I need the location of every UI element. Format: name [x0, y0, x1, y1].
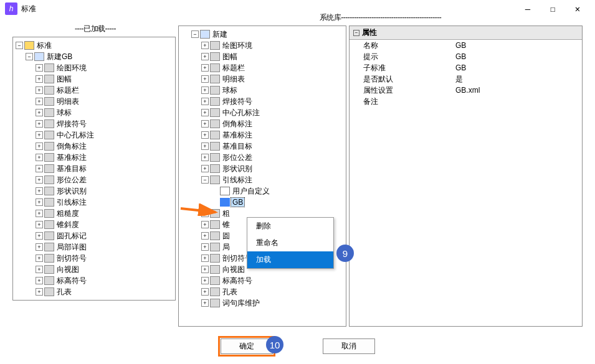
tree-node[interactable]: +锥斜度 [14, 219, 174, 230]
tree-node[interactable]: +形状识别 [14, 185, 174, 197]
app-icon: h [5, 2, 17, 15]
tree-node[interactable]: +绘图环境 [14, 62, 174, 73]
expander-icon[interactable]: − [191, 30, 199, 38]
expander-icon[interactable]: + [201, 165, 209, 172]
tree-node[interactable]: +标题栏 [14, 85, 174, 96]
tree-node[interactable]: +标题栏 [180, 62, 345, 73]
tree-label: 向视图 [221, 264, 246, 275]
expander-icon[interactable]: + [201, 53, 209, 60]
expander-icon[interactable]: + [201, 42, 209, 49]
tree-node[interactable]: +形位公差 [180, 152, 345, 163]
tree-node[interactable]: −标准 [14, 40, 174, 51]
tree-node[interactable]: +剖切符号 [14, 253, 174, 264]
tree-label: 用户自定义 [231, 186, 271, 197]
tree-node[interactable]: −新建 [180, 29, 345, 40]
expander-icon[interactable]: + [36, 86, 43, 94]
expander-icon[interactable]: + [36, 64, 43, 72]
expander-icon[interactable]: + [201, 266, 209, 273]
expander-icon[interactable]: + [201, 243, 209, 251]
tree-node[interactable]: +圆孔标记 [14, 230, 174, 241]
tree-node[interactable]: +局部详图 [14, 241, 174, 253]
tree-node[interactable]: −新建GB [14, 51, 174, 62]
tree-node[interactable]: +向视图 [14, 264, 174, 275]
expander-icon[interactable]: + [36, 266, 43, 273]
expander-icon[interactable]: + [36, 131, 43, 139]
tree-node[interactable]: +基准标注 [180, 129, 345, 141]
tree-node[interactable]: 用户自定义 [180, 185, 345, 197]
tree-node[interactable]: +基准目标 [180, 141, 345, 152]
tree-node[interactable]: +图幅 [180, 51, 345, 62]
expander-icon[interactable]: + [36, 243, 43, 251]
ok-button[interactable]: 确定 [221, 338, 273, 354]
expander-icon[interactable]: + [201, 120, 209, 128]
tree-node[interactable]: +焊接符号 [180, 96, 345, 107]
ctx-delete[interactable]: 删除 [247, 218, 333, 235]
tree-node[interactable]: +绘图环境 [180, 40, 345, 51]
expander-icon[interactable]: + [201, 86, 209, 94]
collapse-icon[interactable]: − [353, 30, 359, 36]
expander-icon[interactable]: + [201, 232, 209, 240]
loaded-tree[interactable]: −标准−新建GB+绘图环境+图幅+标题栏+明细表+球标+焊接符号+中心孔标注+倒… [13, 37, 175, 300]
expander-icon[interactable]: − [16, 42, 23, 49]
tree-node[interactable]: +焊接符号 [14, 118, 174, 129]
ctx-rename[interactable]: 重命名 [247, 235, 333, 251]
tree-node[interactable]: +球标 [14, 107, 174, 118]
tree-node[interactable]: +形位公差 [14, 174, 174, 185]
tree-node[interactable]: +粗糙度 [14, 208, 174, 219]
tree-node[interactable]: +中心孔标注 [14, 129, 174, 141]
expander-icon[interactable]: + [36, 254, 43, 262]
expander-icon[interactable]: + [201, 131, 209, 139]
expander-icon[interactable]: + [201, 288, 209, 296]
-icon [44, 164, 54, 173]
expander-icon[interactable]: + [36, 109, 43, 116]
expander-icon[interactable]: + [201, 299, 209, 307]
ctx-load[interactable]: 加载 [247, 251, 333, 268]
syslib-tree[interactable]: −新建+绘图环境+图幅+标题栏+明细表+球标+焊接符号+中心孔标注+倒角标注+基… [179, 26, 346, 326]
tree-node[interactable]: +引线标注 [14, 197, 174, 208]
expander-icon[interactable]: + [201, 277, 209, 284]
expander-icon[interactable]: + [201, 64, 209, 72]
tree-label: GB [231, 198, 244, 207]
expander-icon[interactable]: + [36, 176, 43, 184]
tree-node[interactable]: +基准标注 [14, 152, 174, 163]
tree-node[interactable]: +基准目标 [14, 163, 174, 174]
expander-icon[interactable]: + [36, 154, 43, 161]
expander-icon[interactable]: + [36, 210, 43, 217]
expander-icon[interactable]: − [201, 176, 209, 184]
tree-node[interactable]: +孔表 [180, 286, 345, 297]
expander-icon[interactable]: + [36, 277, 43, 284]
expander-icon[interactable]: − [26, 53, 33, 60]
expander-icon[interactable]: + [201, 142, 209, 150]
tree-node[interactable]: +词句库维护 [180, 297, 345, 309]
tree-node[interactable]: +形状识别 [180, 163, 345, 174]
tree-label: 标高符号 [221, 276, 254, 286]
tree-node[interactable]: +中心孔标注 [180, 107, 345, 118]
tree-node[interactable]: +孔表 [14, 286, 174, 297]
expander-icon[interactable]: + [201, 221, 209, 228]
tree-node[interactable]: +明细表 [180, 73, 345, 85]
expander-icon[interactable]: + [36, 198, 43, 206]
tree-node[interactable]: −引线标注 [180, 174, 345, 185]
expander-icon[interactable]: + [36, 98, 43, 105]
expander-icon[interactable]: + [201, 98, 209, 105]
expander-icon[interactable]: + [36, 187, 43, 195]
expander-icon[interactable]: + [201, 75, 209, 83]
expander-icon[interactable]: + [36, 232, 43, 240]
expander-icon[interactable]: + [36, 221, 43, 228]
cancel-button[interactable]: 取消 [323, 338, 375, 354]
expander-icon[interactable]: + [36, 288, 43, 296]
tree-node[interactable]: +图幅 [14, 73, 174, 85]
expander-icon[interactable]: + [36, 75, 43, 83]
expander-icon[interactable]: + [36, 165, 43, 172]
tree-node[interactable]: +标高符号 [14, 275, 174, 286]
tree-node[interactable]: +倒角标注 [14, 141, 174, 152]
expander-icon[interactable]: + [201, 154, 209, 161]
expander-icon[interactable]: + [201, 254, 209, 262]
expander-icon[interactable]: + [36, 120, 43, 128]
tree-node[interactable]: +明细表 [14, 96, 174, 107]
expander-icon[interactable]: + [201, 109, 209, 116]
tree-node[interactable]: +标高符号 [180, 275, 345, 286]
expander-icon[interactable]: + [36, 142, 43, 150]
tree-node[interactable]: +球标 [180, 85, 345, 96]
tree-node[interactable]: +倒角标注 [180, 118, 345, 129]
